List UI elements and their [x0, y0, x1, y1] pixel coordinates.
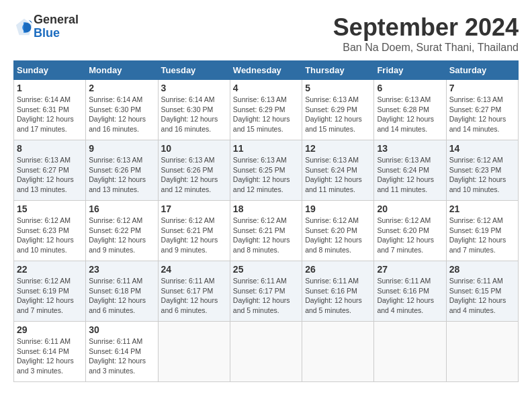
- day-info: Sunrise: 6:14 AMSunset: 6:30 PMDaylight:…: [161, 95, 227, 134]
- calendar-cell: [374, 322, 446, 382]
- day-number: 29: [17, 324, 83, 335]
- day-header-tuesday: Tuesday: [158, 61, 230, 80]
- calendar-cell: 20Sunrise: 6:12 AMSunset: 6:20 PMDayligh…: [374, 201, 446, 261]
- day-header-sunday: Sunday: [14, 61, 86, 80]
- calendar-cell: 9Sunrise: 6:13 AMSunset: 6:26 PMDaylight…: [86, 140, 158, 201]
- day-number: 12: [305, 143, 371, 154]
- day-info: Sunrise: 6:13 AMSunset: 6:27 PMDaylight:…: [17, 155, 83, 195]
- day-info: Sunrise: 6:11 AMSunset: 6:14 PMDaylight:…: [89, 336, 154, 376]
- day-header-saturday: Saturday: [446, 61, 518, 80]
- calendar-week-row: 15Sunrise: 6:12 AMSunset: 6:23 PMDayligh…: [14, 201, 519, 261]
- day-info: Sunrise: 6:14 AMSunset: 6:31 PMDaylight:…: [17, 95, 83, 134]
- day-info: Sunrise: 6:12 AMSunset: 6:19 PMDaylight:…: [449, 216, 515, 255]
- calendar-cell: 22Sunrise: 6:12 AMSunset: 6:19 PMDayligh…: [14, 261, 86, 322]
- calendar-cell: 23Sunrise: 6:11 AMSunset: 6:18 PMDayligh…: [86, 261, 158, 322]
- day-info: Sunrise: 6:13 AMSunset: 6:28 PMDaylight:…: [377, 95, 443, 134]
- day-number: 27: [377, 264, 443, 275]
- calendar-cell: 17Sunrise: 6:12 AMSunset: 6:21 PMDayligh…: [158, 201, 230, 261]
- day-info: Sunrise: 6:12 AMSunset: 6:21 PMDaylight:…: [233, 216, 299, 255]
- day-number: 6: [377, 83, 443, 93]
- day-info: Sunrise: 6:11 AMSunset: 6:16 PMDaylight:…: [305, 276, 371, 316]
- calendar-cell: 29Sunrise: 6:11 AMSunset: 6:14 PMDayligh…: [14, 322, 86, 382]
- day-number: 10: [161, 143, 227, 154]
- day-info: Sunrise: 6:13 AMSunset: 6:24 PMDaylight:…: [377, 155, 443, 195]
- calendar-cell: 11Sunrise: 6:13 AMSunset: 6:25 PMDayligh…: [230, 140, 302, 201]
- calendar-cell: 21Sunrise: 6:12 AMSunset: 6:19 PMDayligh…: [446, 201, 518, 261]
- calendar-cell: 12Sunrise: 6:13 AMSunset: 6:24 PMDayligh…: [302, 140, 374, 201]
- logo-icon: [15, 17, 34, 36]
- day-header-monday: Monday: [86, 61, 158, 80]
- calendar-cell: 7Sunrise: 6:13 AMSunset: 6:27 PMDaylight…: [446, 80, 518, 140]
- calendar-cell: 30Sunrise: 6:11 AMSunset: 6:14 PMDayligh…: [86, 322, 158, 382]
- month-title: September 2024: [333, 13, 519, 42]
- day-info: Sunrise: 6:13 AMSunset: 6:26 PMDaylight:…: [161, 155, 227, 195]
- calendar-cell: 26Sunrise: 6:11 AMSunset: 6:16 PMDayligh…: [302, 261, 374, 322]
- day-number: 8: [17, 143, 83, 154]
- day-number: 28: [449, 264, 515, 275]
- day-number: 23: [89, 264, 154, 275]
- day-header-wednesday: Wednesday: [230, 61, 302, 80]
- day-number: 18: [233, 203, 299, 214]
- day-info: Sunrise: 6:12 AMSunset: 6:19 PMDaylight:…: [17, 276, 83, 316]
- calendar-cell: 3Sunrise: 6:14 AMSunset: 6:30 PMDaylight…: [158, 80, 230, 140]
- day-number: 14: [449, 143, 515, 154]
- calendar-cell: [158, 322, 230, 382]
- logo: General Blue: [13, 13, 79, 40]
- day-info: Sunrise: 6:12 AMSunset: 6:23 PMDaylight:…: [17, 216, 83, 255]
- day-info: Sunrise: 6:12 AMSunset: 6:20 PMDaylight:…: [305, 216, 371, 255]
- title-section: September 2024 Ban Na Doem, Surat Thani,…: [333, 13, 519, 54]
- day-info: Sunrise: 6:13 AMSunset: 6:26 PMDaylight:…: [89, 155, 154, 195]
- calendar-week-row: 8Sunrise: 6:13 AMSunset: 6:27 PMDaylight…: [14, 140, 519, 201]
- calendar-cell: 14Sunrise: 6:12 AMSunset: 6:23 PMDayligh…: [446, 140, 518, 201]
- day-number: 5: [305, 83, 371, 93]
- day-number: 11: [233, 143, 299, 154]
- day-info: Sunrise: 6:13 AMSunset: 6:27 PMDaylight:…: [449, 95, 515, 134]
- day-number: 4: [233, 83, 299, 93]
- day-info: Sunrise: 6:14 AMSunset: 6:30 PMDaylight:…: [89, 95, 154, 134]
- calendar-cell: 18Sunrise: 6:12 AMSunset: 6:21 PMDayligh…: [230, 201, 302, 261]
- day-info: Sunrise: 6:12 AMSunset: 6:23 PMDaylight:…: [449, 155, 515, 195]
- calendar-header-row: SundayMondayTuesdayWednesdayThursdayFrid…: [14, 61, 519, 80]
- day-number: 17: [161, 203, 227, 214]
- calendar-cell: 4Sunrise: 6:13 AMSunset: 6:29 PMDaylight…: [230, 80, 302, 140]
- calendar-cell: 10Sunrise: 6:13 AMSunset: 6:26 PMDayligh…: [158, 140, 230, 201]
- day-info: Sunrise: 6:11 AMSunset: 6:18 PMDaylight:…: [89, 276, 154, 316]
- day-number: 7: [449, 83, 515, 93]
- day-number: 1: [17, 83, 83, 93]
- day-number: 22: [17, 264, 83, 275]
- day-info: Sunrise: 6:13 AMSunset: 6:24 PMDaylight:…: [305, 155, 371, 195]
- day-info: Sunrise: 6:11 AMSunset: 6:15 PMDaylight:…: [449, 276, 515, 316]
- day-number: 26: [305, 264, 371, 275]
- day-info: Sunrise: 6:12 AMSunset: 6:20 PMDaylight:…: [377, 216, 443, 255]
- day-info: Sunrise: 6:12 AMSunset: 6:22 PMDaylight:…: [89, 216, 154, 255]
- calendar-cell: 16Sunrise: 6:12 AMSunset: 6:22 PMDayligh…: [86, 201, 158, 261]
- day-number: 24: [161, 264, 227, 275]
- day-number: 16: [89, 203, 154, 214]
- calendar-week-row: 22Sunrise: 6:12 AMSunset: 6:19 PMDayligh…: [14, 261, 519, 322]
- day-number: 2: [89, 83, 154, 93]
- day-info: Sunrise: 6:11 AMSunset: 6:17 PMDaylight:…: [161, 276, 227, 316]
- day-info: Sunrise: 6:11 AMSunset: 6:14 PMDaylight:…: [17, 336, 83, 376]
- logo-text: General Blue: [34, 13, 79, 40]
- day-number: 25: [233, 264, 299, 275]
- location-title: Ban Na Doem, Surat Thani, Thailand: [333, 42, 519, 54]
- calendar-cell: 6Sunrise: 6:13 AMSunset: 6:28 PMDaylight…: [374, 80, 446, 140]
- calendar-week-row: 1Sunrise: 6:14 AMSunset: 6:31 PMDaylight…: [14, 80, 519, 140]
- day-info: Sunrise: 6:13 AMSunset: 6:29 PMDaylight:…: [305, 95, 371, 134]
- calendar-week-row: 29Sunrise: 6:11 AMSunset: 6:14 PMDayligh…: [14, 322, 519, 382]
- calendar-cell: 8Sunrise: 6:13 AMSunset: 6:27 PMDaylight…: [14, 140, 86, 201]
- calendar-cell: 5Sunrise: 6:13 AMSunset: 6:29 PMDaylight…: [302, 80, 374, 140]
- calendar-cell: 13Sunrise: 6:13 AMSunset: 6:24 PMDayligh…: [374, 140, 446, 201]
- calendar-cell: 27Sunrise: 6:11 AMSunset: 6:16 PMDayligh…: [374, 261, 446, 322]
- calendar-cell: [446, 322, 518, 382]
- day-info: Sunrise: 6:13 AMSunset: 6:25 PMDaylight:…: [233, 155, 299, 195]
- logo-general-text: General: [34, 13, 79, 27]
- logo-blue-text: Blue: [34, 27, 79, 40]
- calendar-cell: [230, 322, 302, 382]
- day-number: 30: [89, 324, 154, 335]
- calendar-cell: 25Sunrise: 6:11 AMSunset: 6:17 PMDayligh…: [230, 261, 302, 322]
- header: General Blue September 2024 Ban Na Doem,…: [13, 13, 519, 54]
- calendar-cell: 19Sunrise: 6:12 AMSunset: 6:20 PMDayligh…: [302, 201, 374, 261]
- calendar-cell: 2Sunrise: 6:14 AMSunset: 6:30 PMDaylight…: [86, 80, 158, 140]
- day-number: 15: [17, 203, 83, 214]
